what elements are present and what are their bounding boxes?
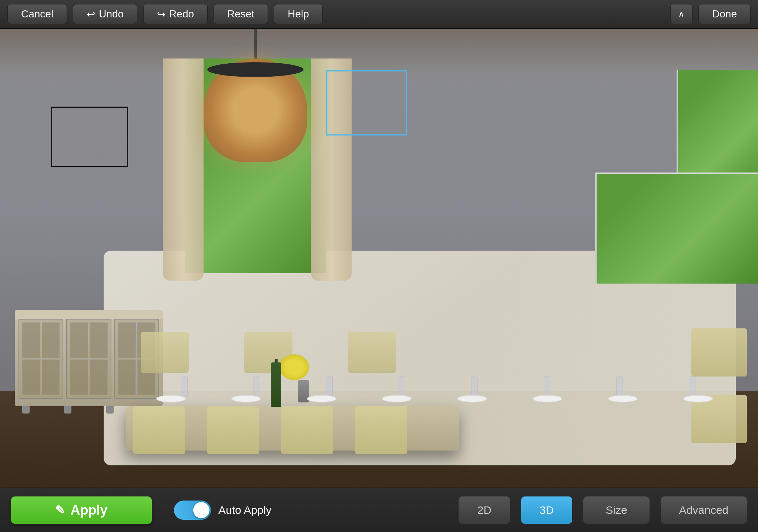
chandelier-body: [204, 58, 307, 162]
redo-button[interactable]: ↪ Redo: [143, 4, 208, 24]
plate: [533, 395, 562, 402]
ceiling-area: [0, 29, 758, 73]
chandelier: [200, 29, 311, 184]
cancel-button[interactable]: Cancel: [7, 4, 67, 24]
sideboard-top: [15, 310, 163, 319]
plate: [156, 395, 186, 402]
redo-label: Redo: [169, 8, 194, 20]
view-3d-label: 3D: [540, 504, 554, 516]
apply-icon: ✎: [55, 503, 65, 517]
auto-apply-toggle[interactable]: [174, 501, 211, 520]
bottom-bar: ✎ Apply Auto Apply 2D 3D Size Advanced: [0, 488, 758, 532]
door-pane: [22, 359, 40, 395]
chair-front-center-right: [281, 406, 333, 454]
plate: [683, 395, 713, 402]
door-pane: [90, 359, 108, 395]
plates-area: [133, 395, 736, 406]
glasses-area: [148, 369, 728, 399]
sideboard-door-center: [66, 319, 111, 399]
help-label: Help: [288, 8, 309, 20]
plate: [608, 395, 638, 402]
view-2d-button[interactable]: 2D: [459, 496, 510, 524]
selection-box-right-wall[interactable]: [326, 70, 407, 135]
door-pane: [118, 322, 136, 358]
sideboard-leg: [64, 406, 71, 414]
size-button[interactable]: Size: [583, 496, 649, 524]
plate: [307, 395, 336, 402]
sideboard-leg: [22, 406, 30, 414]
reset-button[interactable]: Reset: [214, 4, 268, 24]
selection-box-left-wall[interactable]: [51, 107, 128, 167]
curtain-left: [163, 58, 204, 281]
chair-back-right: [348, 332, 396, 373]
auto-apply-label: Auto Apply: [218, 504, 271, 516]
apply-label: Apply: [70, 502, 107, 518]
door-pane: [90, 322, 108, 358]
done-label: Done: [712, 8, 737, 20]
door-pane: [42, 359, 60, 395]
advanced-button[interactable]: Advanced: [661, 496, 747, 524]
help-button[interactable]: Help: [274, 4, 323, 24]
sideboard-leg: [106, 406, 114, 414]
scene-viewport[interactable]: [0, 29, 758, 488]
door-pane: [70, 359, 88, 395]
chevron-up-icon: ∧: [678, 9, 685, 19]
chandelier-rim: [207, 62, 303, 77]
chair-front-center-left: [207, 406, 259, 454]
cancel-label: Cancel: [21, 8, 53, 20]
collapse-button[interactable]: ∧: [670, 4, 692, 24]
door-pane: [22, 322, 40, 358]
undo-label: Undo: [99, 8, 124, 20]
done-button[interactable]: Done: [698, 4, 751, 24]
door-pane: [118, 359, 136, 395]
chandelier-chain: [254, 29, 257, 58]
advanced-label: Advanced: [679, 504, 728, 516]
toggle-knob: [193, 502, 209, 518]
plate: [231, 395, 261, 402]
view-2d-label: 2D: [477, 504, 491, 516]
view-3d-button[interactable]: 3D: [521, 496, 572, 524]
chair-front-left: [133, 406, 185, 454]
auto-apply-section: Auto Apply: [174, 501, 271, 520]
door-pane: [70, 322, 88, 358]
undo-icon: ↩: [87, 8, 95, 20]
size-label: Size: [606, 504, 627, 516]
door-pane: [42, 322, 60, 358]
chair-front-right: [355, 406, 407, 454]
reset-label: Reset: [227, 8, 254, 20]
plate: [457, 395, 487, 402]
apply-button[interactable]: ✎ Apply: [11, 496, 152, 524]
sideboard-doors: [19, 319, 159, 399]
plate: [382, 395, 412, 402]
toolbar: Cancel ↩ Undo ↪ Redo Reset Help ∧ Done: [0, 0, 758, 29]
chair-back-left: [141, 332, 189, 373]
undo-button[interactable]: ↩ Undo: [73, 4, 137, 24]
sideboard-door-left: [19, 319, 63, 399]
redo-icon: ↪: [157, 8, 165, 20]
window-bottom-right: [595, 173, 758, 284]
